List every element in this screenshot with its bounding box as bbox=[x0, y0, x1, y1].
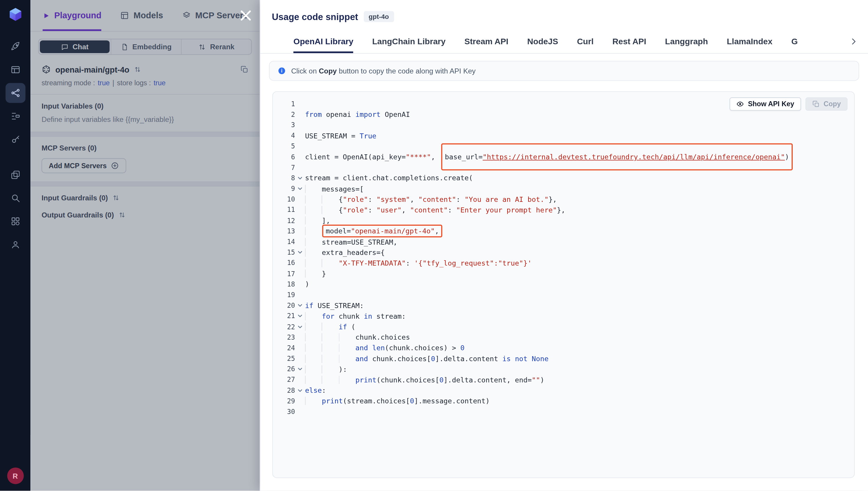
nav-rail: R bbox=[0, 0, 30, 491]
line-number: 20 bbox=[282, 301, 295, 309]
line-number: 9 bbox=[282, 185, 295, 192]
nav-secrets[interactable] bbox=[5, 129, 25, 150]
usage-code-snippet-modal: Usage code snippet gpt-4o OpenAI Library… bbox=[260, 0, 868, 491]
info-banner: Click on Copy button to copy the code al… bbox=[269, 61, 859, 81]
rocket-icon bbox=[10, 41, 20, 52]
usage-tab-rest-api[interactable]: Rest API bbox=[612, 30, 646, 53]
code-lines: 12from openai import OpenAI34USE_STREAM … bbox=[282, 98, 848, 417]
nav-data[interactable] bbox=[5, 60, 25, 80]
user-icon bbox=[10, 239, 20, 250]
code-line: 8stream = client.chat.completions.create… bbox=[282, 173, 848, 183]
eye-icon bbox=[736, 100, 744, 108]
line-number: 8 bbox=[282, 174, 295, 182]
chevron-right-icon bbox=[849, 37, 858, 46]
usage-tab-llamaindex[interactable]: LlamaIndex bbox=[727, 30, 773, 53]
banner-text: Click on Copy button to copy the code al… bbox=[291, 67, 476, 75]
code-line: 30 bbox=[282, 406, 848, 417]
code-line: 16 "X-TFY-METADATA": '{"tfy_log_request"… bbox=[282, 258, 848, 268]
usage-tab-langgraph[interactable]: Langgraph bbox=[665, 30, 708, 53]
line-number: 16 bbox=[282, 259, 295, 267]
usage-tabs: OpenAI LibraryLangChain LibraryStream AP… bbox=[260, 30, 868, 54]
code-line: 15 extra_headers={ bbox=[282, 247, 848, 258]
code-line: 27 print(chunk.choices[0].delta.content,… bbox=[282, 374, 848, 385]
line-number: 1 bbox=[282, 100, 295, 108]
line-number: 23 bbox=[282, 334, 295, 341]
usage-tab-nodejs[interactable]: NodeJS bbox=[527, 30, 558, 53]
code-line: 13 model="openai-main/gpt-4o", bbox=[282, 226, 848, 236]
code-line: 29 print(stream.choices[0].message.conte… bbox=[282, 396, 848, 406]
line-number: 7 bbox=[282, 164, 295, 171]
banner-copy-word: Copy bbox=[319, 67, 337, 75]
line-number: 26 bbox=[282, 365, 295, 373]
code-line: 14 stream=USE_STREAM, bbox=[282, 236, 848, 247]
key-icon bbox=[10, 135, 20, 145]
line-number: 18 bbox=[282, 280, 295, 288]
user-avatar[interactable]: R bbox=[7, 468, 23, 484]
copy-icon bbox=[812, 100, 819, 108]
fold-chevron-icon[interactable] bbox=[295, 324, 305, 329]
code-line: 28else: bbox=[282, 385, 848, 396]
nav-users[interactable] bbox=[5, 235, 25, 255]
model-badge: gpt-4o bbox=[364, 11, 394, 22]
line-number: 10 bbox=[282, 195, 295, 203]
usage-tab-langchain-library[interactable]: LangChain Library bbox=[372, 30, 446, 53]
usage-tab-stream-api[interactable]: Stream API bbox=[465, 30, 508, 53]
code-line: 20if USE_STREAM: bbox=[282, 300, 848, 311]
fold-chevron-icon[interactable] bbox=[295, 367, 305, 372]
line-number: 2 bbox=[282, 111, 295, 118]
viewport: R Playground Models MCP Servers Chat bbox=[0, 0, 868, 491]
code-line: 3 bbox=[282, 120, 848, 131]
usage-tab-openai-library[interactable]: OpenAI Library bbox=[293, 30, 354, 53]
fold-chevron-icon[interactable] bbox=[295, 175, 305, 181]
line-number: 15 bbox=[282, 249, 295, 256]
close-icon bbox=[239, 9, 252, 22]
code-line: 24 and len(chunk.choices) > 0 bbox=[282, 343, 848, 353]
copy-code-button[interactable]: Copy bbox=[805, 97, 848, 111]
code-line: 21 for chunk in stream: bbox=[282, 311, 848, 321]
tabs-scroll-right-button[interactable] bbox=[847, 30, 860, 53]
table-icon bbox=[10, 65, 20, 75]
stacked-copy-icon bbox=[10, 170, 20, 180]
highlight-model: model="openai-main/gpt-4o", bbox=[323, 225, 442, 237]
modal-header: Usage code snippet gpt-4o bbox=[260, 0, 868, 30]
code-line: 26 ): bbox=[282, 364, 848, 374]
line-number: 3 bbox=[282, 121, 295, 129]
fold-chevron-icon[interactable] bbox=[295, 303, 305, 308]
close-modal-button[interactable] bbox=[238, 8, 254, 23]
nav-projects[interactable] bbox=[5, 165, 25, 185]
fold-chevron-icon[interactable] bbox=[295, 186, 305, 192]
code-line: 9 messages=[ bbox=[282, 183, 848, 194]
flow-icon bbox=[10, 88, 20, 98]
line-number: 12 bbox=[282, 216, 295, 224]
code-line: 25 and chunk.choices[0].delta.content is… bbox=[282, 353, 848, 364]
info-icon bbox=[277, 66, 286, 75]
line-number: 14 bbox=[282, 238, 295, 246]
code-line: 18) bbox=[282, 279, 848, 289]
code-line: 17 } bbox=[282, 268, 848, 279]
code-line: 10 {"role": "system", "content": "You ar… bbox=[282, 194, 848, 205]
fold-chevron-icon[interactable] bbox=[295, 250, 305, 255]
nav-gateway[interactable] bbox=[5, 83, 25, 103]
fold-chevron-icon[interactable] bbox=[295, 313, 305, 319]
line-number: 27 bbox=[282, 376, 295, 384]
nav-pipelines[interactable] bbox=[5, 106, 25, 126]
nav-integrations[interactable] bbox=[5, 211, 25, 231]
code-line: 2from openai import OpenAI bbox=[282, 109, 848, 120]
usage-tab-g[interactable]: G bbox=[791, 30, 798, 53]
tree-icon bbox=[10, 111, 20, 121]
logo-cube-icon bbox=[7, 7, 23, 22]
fold-chevron-icon[interactable] bbox=[295, 388, 305, 393]
nav-explore[interactable] bbox=[5, 188, 25, 208]
usage-tab-curl[interactable]: Curl bbox=[577, 30, 593, 53]
line-number: 22 bbox=[282, 323, 295, 330]
code-line: 11 {"role": "user", "content": "Enter yo… bbox=[282, 205, 848, 215]
code-line: 19 bbox=[282, 289, 848, 300]
apps-grid-icon bbox=[10, 216, 20, 226]
truefoundry-logo[interactable] bbox=[7, 7, 23, 22]
line-number: 19 bbox=[282, 291, 295, 299]
modal-title: Usage code snippet bbox=[272, 11, 358, 22]
modal-backdrop[interactable] bbox=[30, 0, 259, 491]
code-line: 23 chunk.choices bbox=[282, 332, 848, 343]
nav-deployments[interactable] bbox=[5, 36, 25, 57]
show-api-key-button[interactable]: Show API Key bbox=[730, 97, 801, 111]
